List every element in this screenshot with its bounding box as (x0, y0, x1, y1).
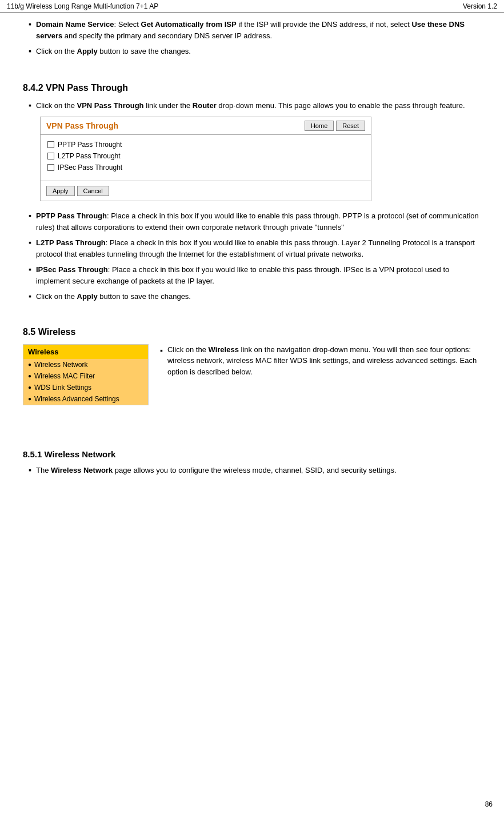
ipsec-bold: IPSec Pass Through (36, 265, 108, 274)
dot-icon-0: ● (28, 361, 31, 368)
bullet-char-vpn: ▪ (29, 101, 31, 110)
vpn-box: VPN Pass Through Home Reset PPTP Pass Th… (40, 117, 371, 201)
bullet-char-wireless: ▪ (160, 345, 163, 357)
l2tp-bold: L2TP Pass Through (36, 238, 106, 247)
page-content: ▪ Domain Name Service: Select Get Automa… (0, 13, 504, 503)
pptp-checkbox-row: PPTP Pass Throught (47, 141, 364, 149)
bullet-text-wireless: Click on the Wireless link on the naviga… (167, 344, 481, 378)
bullet-vpn-click: ▪ Click on the VPN Pass Through link und… (23, 100, 481, 111)
pptp-label: PPTP Pass Throught (58, 141, 122, 149)
vpn-apply-button[interactable]: Apply (46, 186, 75, 196)
bullet-wireless-network: ▪ The Wireless Network page allows you t… (23, 465, 481, 476)
bullet-text-ipsec: IPSec Pass Through: Place a check in thi… (36, 264, 481, 286)
bullet-apply-intro: ▪ Click on the Apply button to save the … (23, 46, 481, 57)
bullet-ipsec: ▪ IPSec Pass Through: Place a check in t… (23, 264, 481, 286)
wireless-menu-box: Wireless ● Wireless Network ● Wireless M… (23, 344, 149, 405)
bullet-text-vpn: Click on the VPN Pass Through link under… (36, 100, 465, 111)
vpn-link-bold: VPN Pass Through (77, 101, 144, 110)
bullet-text-wn: The Wireless Network page allows you to … (36, 465, 397, 476)
wireless-desc: ▪ Click on the Wireless link on the navi… (160, 344, 481, 382)
reset-button[interactable]: Reset (336, 121, 365, 131)
l2tp-checkbox-row: L2TP Pass Throught (47, 152, 364, 160)
bullet-char-ipsec: ▪ (29, 265, 31, 274)
wireless-menu-item-3[interactable]: ● Wireless Advanced Settings (23, 393, 148, 405)
home-button[interactable]: Home (305, 121, 334, 131)
header-title: 11b/g Wireless Long Range Multi-function… (7, 2, 158, 10)
wireless-menu-item-0[interactable]: ● Wireless Network (23, 359, 148, 370)
l2tp-checkbox[interactable] (47, 153, 54, 159)
wireless-menu-item-1[interactable]: ● Wireless MAC Filter (23, 370, 148, 382)
bullet-text-pptp: PPTP Pass Through: Place a check in this… (36, 210, 481, 233)
vpn-box-body: PPTP Pass Throught L2TP Pass Throught IP… (41, 135, 371, 181)
page-footer: 86 (485, 800, 493, 808)
apply-bold-intro: Apply (77, 47, 98, 55)
vpn-box-header: VPN Pass Through Home Reset (41, 117, 371, 135)
l2tp-label: L2TP Pass Throught (58, 152, 121, 160)
pptp-bold: PPTP Pass Through (36, 212, 107, 220)
wireless-menu-label-0: Wireless Network (34, 361, 87, 369)
dot-icon-2: ● (28, 384, 31, 390)
apply-bold-vpn: Apply (77, 292, 98, 301)
bullet-char-apply-vpn: ▪ (29, 292, 31, 301)
bullet-wireless-click: ▪ Click on the Wireless link on the navi… (160, 344, 481, 378)
page-header: 11b/g Wireless Long Range Multi-function… (0, 0, 504, 13)
pptp-checkbox[interactable] (47, 141, 54, 148)
ipsec-checkbox-row: IPSec Pass Throught (47, 163, 364, 171)
wireless-menu-label-2: WDS Link Settings (34, 384, 91, 392)
bullet-text-dns: Domain Name Service: Select Get Automati… (36, 19, 481, 41)
bullet-char-pptp: ▪ (29, 211, 31, 220)
get-auto-bold: Get Automatically from ISP (141, 20, 237, 29)
bullet-apply-vpn: ▪ Click on the Apply button to save the … (23, 291, 481, 302)
wireless-two-col: Wireless ● Wireless Network ● Wireless M… (23, 344, 481, 405)
wireless-menu-label-3: Wireless Advanced Settings (34, 395, 119, 403)
ipsec-label: IPSec Pass Throught (58, 163, 122, 171)
bullet-pptp: ▪ PPTP Pass Through: Place a check in th… (23, 210, 481, 233)
wireless-network-heading: 8.5.1 Wireless Network (23, 449, 481, 459)
vpn-heading: 8.4.2 VPN Pass Through (23, 83, 481, 93)
wireless-heading: 8.5 Wireless (23, 327, 481, 337)
bullet-text-apply-intro: Click on the Apply button to save the ch… (36, 46, 191, 57)
bullet-char-apply-intro: ▪ (29, 46, 31, 55)
ipsec-checkbox[interactable] (47, 164, 54, 171)
wireless-link-bold: Wireless (209, 345, 239, 354)
header-version: Version 1.2 (463, 2, 497, 10)
bullet-char-dns: ▪ (29, 19, 31, 29)
dot-icon-1: ● (28, 373, 31, 379)
intro-section: ▪ Domain Name Service: Select Get Automa… (23, 19, 481, 57)
vpn-box-footer: Apply Cancel (41, 181, 371, 201)
bullet-char-wn: ▪ (29, 465, 31, 474)
wireless-network-bold: Wireless Network (51, 466, 113, 474)
bullet-text-l2tp: L2TP Pass Through: Place a check in this… (36, 237, 481, 260)
wireless-menu-header: Wireless (23, 345, 148, 359)
dns-bold: Domain Name Service (36, 20, 114, 29)
bullet-dns: ▪ Domain Name Service: Select Get Automa… (23, 19, 481, 41)
wireless-menu-label-1: Wireless MAC Filter (34, 372, 95, 380)
bullet-l2tp: ▪ L2TP Pass Through: Place a check in th… (23, 237, 481, 260)
vpn-box-title: VPN Pass Through (46, 121, 118, 130)
page-number: 86 (485, 800, 493, 808)
wireless-menu-item-2[interactable]: ● WDS Link Settings (23, 382, 148, 393)
dot-icon-3: ● (28, 396, 31, 402)
vpn-cancel-button[interactable]: Cancel (77, 186, 109, 196)
bullet-char-l2tp: ▪ (29, 238, 31, 247)
router-bold: Router (193, 101, 217, 110)
vpn-header-buttons: Home Reset (305, 121, 365, 131)
bullet-text-apply-vpn: Click on the Apply button to save the ch… (36, 291, 191, 302)
